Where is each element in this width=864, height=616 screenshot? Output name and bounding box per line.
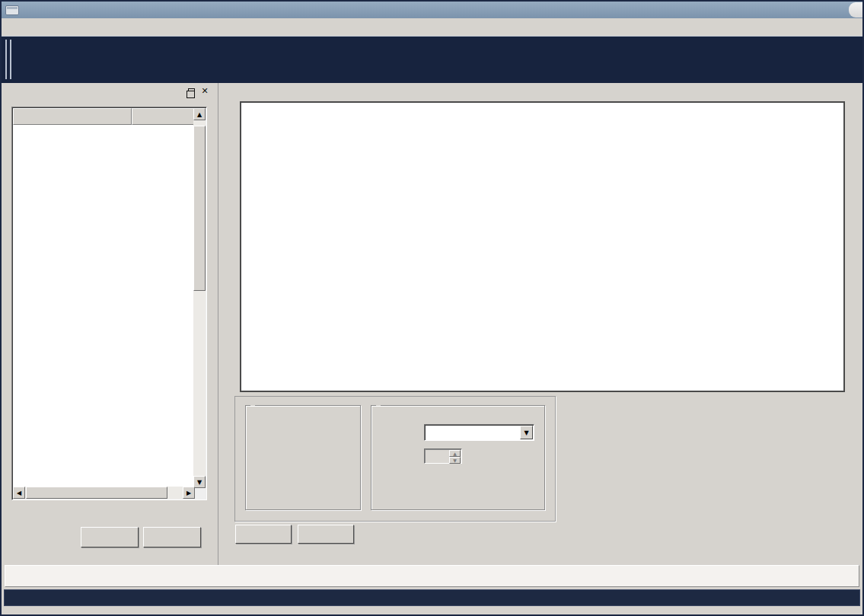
data-browser-table: ▲ ▼ ◀ ▶ (11, 107, 207, 500)
status-bar (4, 589, 860, 606)
table-header (13, 108, 195, 125)
beam-configuration-diagram (241, 103, 843, 391)
column-header-value[interactable] (132, 108, 195, 125)
data-browser-header: ✕ (5, 85, 213, 97)
data-browser-panel: ✕ ▲ ▼ ◀ ▶ (5, 83, 218, 565)
window-controls (849, 2, 862, 18)
table-body (13, 125, 195, 488)
scroll-up-icon[interactable]: ▲ (193, 108, 206, 120)
close-panel-icon[interactable]: ✕ (199, 86, 210, 96)
beam-diagram-canvas (240, 101, 845, 392)
column-header-item[interactable] (13, 108, 132, 125)
accept-button[interactable] (143, 527, 201, 547)
info-bar (5, 565, 859, 587)
graph-groupbox (245, 405, 361, 510)
scroll-right-icon[interactable]: ▶ (183, 487, 195, 499)
load-case-groupbox: ▼ ▲▼ (371, 405, 545, 510)
menu-bar (2, 20, 862, 36)
graph-loadcase-panel: ▼ ▲▼ (234, 396, 556, 522)
app-window: ✕ ▲ ▼ ◀ ▶ (0, 0, 864, 616)
horizontal-scrollbar[interactable]: ◀ ▶ (13, 487, 195, 499)
main-content: ▼ ▲▼ (218, 83, 862, 565)
scroll-down-icon[interactable]: ▼ (193, 476, 206, 488)
horizontal-scroll-thumb[interactable] (26, 487, 167, 499)
toolbar-drag-handle[interactable] (5, 40, 11, 79)
main-toolbar (2, 36, 862, 83)
title-bar[interactable] (2, 2, 862, 18)
window-menu-icon[interactable] (5, 5, 19, 15)
case-no-spinner[interactable]: ▲▼ (424, 448, 462, 464)
spinner-arrows-icon[interactable]: ▲▼ (449, 450, 461, 462)
prev-button[interactable] (235, 525, 292, 544)
state-dropdown[interactable]: ▼ (424, 424, 534, 441)
vertical-scrollbar[interactable]: ▲ ▼ (193, 108, 206, 488)
restore-button[interactable] (81, 527, 139, 547)
scroll-left-icon[interactable]: ◀ (13, 487, 25, 499)
next-button[interactable] (298, 525, 354, 544)
float-panel-icon[interactable] (186, 86, 196, 96)
chevron-down-icon[interactable]: ▼ (520, 426, 533, 439)
vertical-scroll-thumb[interactable] (193, 126, 206, 291)
